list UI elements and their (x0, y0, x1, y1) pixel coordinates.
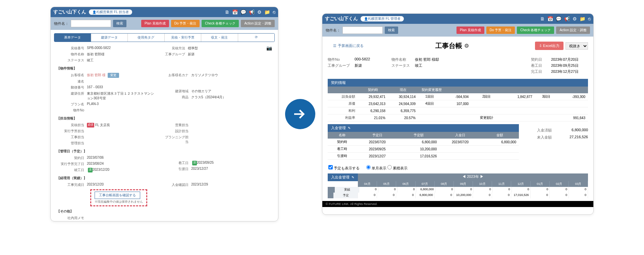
header-bar: すごい山下くん 👤 札幌営業所 FL 担当者 🗎 📅 💬 📢 ⚙ 📁 ⎋ (51, 7, 278, 17)
plan-button[interactable]: Plan 見積作成 (141, 20, 169, 27)
contract-date: 2023/07/06 (87, 156, 104, 160)
customer-name: 仮初 哲郎 様 (87, 73, 106, 78)
excel-button[interactable]: ⇩ Excel出力 (535, 42, 564, 50)
show-plan-checkbox[interactable]: 予定も表示する (328, 165, 360, 171)
actual-complete: 2023/12/20 (87, 183, 104, 187)
do-button[interactable]: Do 予算・発注 (486, 27, 515, 34)
megaphone-icon[interactable]: 📢 (249, 9, 255, 15)
info-property-name: 仮初 哲郎 様邸 (415, 57, 469, 62)
estimate-no: SPB-0000-5822 (87, 46, 111, 51)
office-pill[interactable]: 👤 札幌営業所 FL 担当者 (89, 9, 132, 15)
header-icons: 🗎 📅 💬 📢 ⚙ 📁 ⎋ (540, 16, 591, 21)
search-input[interactable] (342, 27, 383, 34)
office-pill[interactable]: 👤 札幌営業所 FL 管理者 (361, 16, 404, 21)
status: 竣工 (87, 58, 94, 63)
chat-icon[interactable]: 💬 (240, 9, 246, 15)
logout-icon[interactable]: ⎋ (273, 9, 275, 15)
tab-building[interactable]: 建築データ (91, 34, 128, 42)
change-button[interactable]: 変更 (108, 73, 119, 78)
info-start: 2023年09月25日 (551, 63, 588, 68)
logo: すごい山下くん (53, 9, 86, 15)
section-assign: 【担当情報】 (57, 116, 272, 121)
info-complete: 2023年12月27日 (551, 69, 588, 74)
deposited-amount: 6,800,000 (561, 128, 588, 133)
header-bar-right: すごい山下くん 👤 札幌営業所 FL 管理者 🗎 📅 💬 📢 ⚙ 📁 ⎋ (322, 14, 593, 24)
folder-icon[interactable]: 📁 (580, 16, 585, 21)
tab-sync[interactable]: ⟳ (238, 34, 275, 42)
action-button[interactable]: Action 設定・調整 (241, 20, 275, 27)
product: クラス5（2024年4月） (191, 95, 226, 100)
search-label: 物件名： (54, 21, 69, 26)
file-icon[interactable]: 🗎 (225, 9, 229, 15)
tab-strip: 基本データ 建築データ 使用先タグ 見積・実行予算 収支・発注 ⟳ (54, 33, 275, 42)
megaphone-icon[interactable]: 📢 (564, 16, 570, 21)
undeposited-amount: 27,216,526 (561, 135, 588, 140)
search-input[interactable] (71, 20, 111, 27)
budget-done-date: 2023/08/24 (87, 162, 104, 166)
info-status: 竣工 (415, 63, 469, 68)
property-name: 仮初 哲郎様 (87, 52, 105, 57)
right-panel: すごい山下くん 👤 札幌営業所 FL 管理者 🗎 📅 💬 📢 ⚙ 📁 ⎋ 物件名… (322, 13, 594, 215)
search-button[interactable]: 検索 (113, 20, 126, 27)
year-nav[interactable]: ◀ 2023年 ▶ (358, 173, 588, 181)
completion-date: 2023/12/20 (93, 168, 109, 172)
deposit-table-wrap: 入金管理✎ 名称 予定日 予定額 入金日 金額 契約時2023/07/206,8… (328, 124, 519, 160)
info-contract-date: 2023年07月20日 (551, 57, 588, 62)
gear-icon[interactable]: ⚙ (464, 43, 469, 49)
info-grid: 物件No000-5822 物件名称仮初 哲郎 様邸 契約日2023年07月20日… (322, 55, 593, 76)
radio-monthly[interactable]: 単月表示 (366, 166, 386, 170)
do-button[interactable]: Do 予算・発注 (171, 20, 200, 27)
check-button[interactable]: Check 各種チェック (202, 20, 239, 27)
left-content: 見積番号SPB-0000-5822 物件名称仮初 哲郎様 ステータス竣工 見積方… (51, 45, 278, 221)
cashflow-table-wrap: 入出金管理✎ ◀ 2023年 ▶ 04月05月06月07月08月09月10月11… (328, 173, 588, 198)
handover-date: 2023/12/27 (191, 167, 208, 171)
tab-tag[interactable]: 使用先タグ (128, 34, 165, 42)
ledger-button[interactable]: 工事台帳画面を確認する (95, 192, 140, 199)
edit-icon[interactable]: ✎ (348, 126, 351, 130)
build-area: その他エリア (191, 89, 211, 94)
tab-basic[interactable]: 基本データ (54, 34, 91, 42)
check-button[interactable]: Check 各種チェック (517, 27, 554, 34)
calendar-icon[interactable]: 📅 (232, 9, 238, 15)
back-link[interactable]: ☰ 予算画面に戻る (328, 39, 369, 52)
tab-estimate[interactable]: 見積・実行予算 (165, 34, 202, 42)
folder-icon[interactable]: 📁 (264, 9, 270, 15)
contract-section-title: 契約情報 (331, 80, 346, 85)
footer: © FUTURE LINK. All Rights Reserved. (322, 201, 593, 207)
action-button[interactable]: Action 設定・調整 (556, 27, 590, 34)
file-icon[interactable]: 🗎 (540, 16, 545, 21)
start-date: 2023/09/25 (197, 161, 214, 165)
arrow-icon (285, 99, 315, 129)
ledger-note: ※現在編集中の値は保存されません (95, 200, 143, 204)
display-options: 予定も表示する 単月表示 累積表示 (322, 162, 593, 173)
search-button[interactable]: 検索 (385, 27, 398, 34)
info-property-no: 000-5822 (355, 57, 391, 62)
section-plan-dates: 【管理日（予定）】 (57, 149, 272, 154)
deposit-table: 名称 予定日 予定額 入金日 金額 契約時2023/07/206,800,000… (328, 132, 519, 160)
customer-kana: カリソメテツロウ (191, 73, 218, 78)
camera-icon[interactable]: 📷 (265, 45, 272, 63)
deposit-section-title: 入金管理 (331, 125, 346, 131)
tax-select[interactable]: 税抜き (566, 42, 588, 50)
section-actual: 【経理用（実績）】 (57, 176, 272, 181)
logout-icon[interactable]: ⎋ (588, 16, 591, 21)
actual-deposit: 2023/12/29 (191, 183, 208, 187)
estimate-staff: FL 支店長 (95, 123, 110, 128)
edit-icon[interactable]: ✎ (352, 175, 354, 179)
contract-table-wrap: 契約情報 契約時現在契約変更履歴 請負金額29,932,47130,924,11… (328, 79, 588, 121)
work-group: 新築 (188, 52, 195, 57)
deposit-summary: 入金済額6,800,000 未入金額27,216,526 (537, 127, 588, 141)
contract-table: 契約時現在契約変更履歴 請負金額29,932,47130,924,1141回目-… (328, 87, 588, 121)
section-property: 【物件情報】 (57, 66, 272, 71)
chat-icon[interactable]: 💬 (556, 16, 561, 21)
plan-button[interactable]: Plan 見積作成 (457, 27, 484, 34)
memo-label: 社内用メモ (57, 216, 87, 220)
cashflow-section-title: 入出金管理 (331, 175, 350, 180)
gear-icon[interactable]: ⚙ (257, 9, 262, 15)
tab-profit[interactable]: 収支・発注 (201, 34, 238, 42)
gear-icon[interactable]: ⚙ (573, 16, 577, 21)
header-icons: 🗎 📅 💬 📢 ⚙ 📁 ⎋ (225, 9, 275, 15)
calendar-icon[interactable]: 📅 (547, 16, 553, 21)
left-panel: すごい山下くん 👤 札幌営業所 FL 担当者 🗎 📅 💬 📢 ⚙ 📁 ⎋ 物件名… (50, 7, 278, 221)
radio-cumulative[interactable]: 累積表示 (387, 166, 408, 170)
